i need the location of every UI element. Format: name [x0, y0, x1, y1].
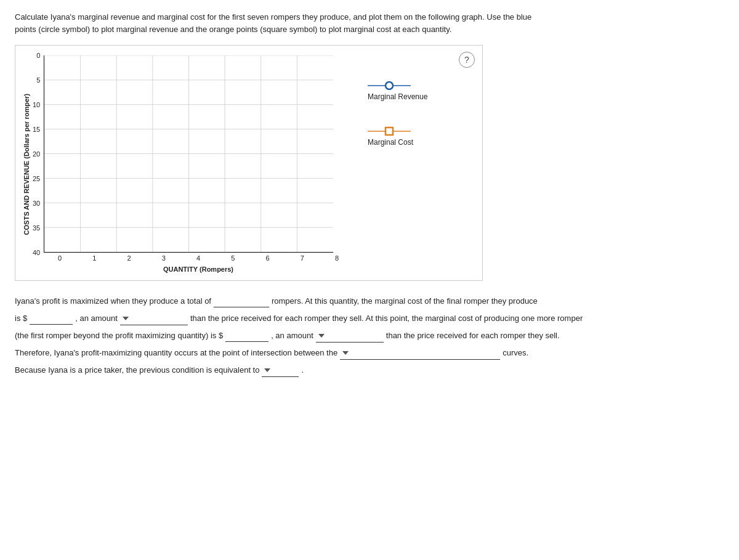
- graph-and-legend: 40 35 30 25 20 15 10 5 0: [33, 55, 475, 273]
- legend: Marginal Revenue Marginal Cost: [368, 80, 427, 147]
- mr-label: Marginal Revenue: [368, 92, 427, 101]
- x-tick-5: 5: [227, 254, 239, 262]
- bl3-mid: , an amount: [271, 328, 313, 344]
- bottom-line-1: Iyana's profit is maximized when they pr…: [15, 293, 723, 309]
- help-button[interactable]: ?: [459, 52, 475, 68]
- intersection-curves-dropdown[interactable]: [340, 346, 500, 360]
- bl1-prefix: Iyana's profit is maximized when they pr…: [15, 293, 211, 309]
- mc-label: Marginal Cost: [368, 138, 413, 147]
- profit-max-qty-input[interactable]: [214, 295, 269, 307]
- svg-point-31: [386, 82, 393, 89]
- x-axis-label: QUANTITY (Rompers): [163, 266, 233, 273]
- bottom-line-4: Therefore, Iyana's profit-maximizing qua…: [15, 345, 723, 361]
- y-ticks: 40 35 30 25 20 15 10 5 0: [33, 55, 44, 253]
- x-axis-container: 0 1 2 3 4 5 6 7 8 QUANTITY (Rompers): [54, 253, 343, 273]
- x-tick-7: 7: [296, 254, 309, 262]
- graph-inner: 40 35 30 25 20 15 10 5 0: [33, 55, 333, 253]
- mc-final-romper-input[interactable]: [30, 312, 73, 325]
- bl2-prefix: is $: [15, 310, 27, 327]
- x-tick-4: 4: [192, 254, 204, 262]
- dropdown-4-arrow: [264, 368, 270, 372]
- instructions: Calculate Iyana's marginal revenue and m…: [15, 11, 724, 35]
- y-axis-label: COSTS AND REVENUE (Dollars per romper): [23, 94, 30, 235]
- plot-area[interactable]: [44, 55, 333, 253]
- legend-symbol-mr: [368, 80, 411, 91]
- bl3-prefix: (the first romper beyond the profit maxi…: [15, 328, 223, 344]
- svg-rect-33: [386, 128, 393, 135]
- x-tick-3: 3: [158, 254, 170, 262]
- legend-item-mc: Marginal Cost: [368, 124, 427, 147]
- amount-comparison-dropdown-1[interactable]: [120, 312, 188, 325]
- bl2-suffix: than the price received for each romper …: [190, 310, 583, 327]
- dropdown-2-arrow: [318, 334, 325, 338]
- bottom-line-2: is $ , an amount than the price received…: [15, 310, 723, 327]
- graph-container: 40 35 30 25 20 15 10 5 0: [33, 55, 343, 273]
- bl4-prefix: Therefore, Iyana's profit-maximizing qua…: [15, 345, 337, 361]
- bottom-section: Iyana's profit is maximized when they pr…: [15, 293, 723, 378]
- x-tick-1: 1: [88, 254, 100, 262]
- price-taker-condition-dropdown[interactable]: [262, 363, 299, 377]
- bl3-suffix: than the price received for each romper …: [386, 328, 560, 344]
- bottom-line-5: Because Iyana is a price taker, the prev…: [15, 362, 723, 378]
- dropdown-3-arrow: [342, 351, 349, 355]
- x-tick-6: 6: [262, 254, 274, 262]
- legend-symbol-mc: [368, 126, 411, 137]
- bl5-prefix: Because Iyana is a price taker, the prev…: [15, 362, 259, 378]
- mc-next-romper-input[interactable]: [225, 330, 269, 342]
- bl2-mid: , an amount: [75, 310, 118, 327]
- bl4-suffix: curves.: [503, 345, 528, 361]
- bl5-suffix: .: [301, 362, 304, 378]
- x-tick-2: 2: [123, 254, 135, 262]
- bottom-line-3: (the first romper beyond the profit maxi…: [15, 328, 723, 344]
- mc-symbol-svg: [368, 126, 411, 137]
- bl1-suffix: rompers. At this quantity, the marginal …: [272, 293, 538, 309]
- x-ticks: 0 1 2 3 4 5 6 7 8: [54, 254, 343, 262]
- dropdown-1-arrow: [123, 317, 129, 320]
- x-tick-8: 8: [331, 254, 343, 262]
- mr-symbol-svg: [368, 80, 411, 91]
- x-tick-0: 0: [54, 254, 66, 262]
- chart-area: ? COSTS AND REVENUE (Dollars per romper)…: [15, 45, 483, 281]
- legend-item-mr: Marginal Revenue: [368, 80, 427, 101]
- amount-comparison-dropdown-2[interactable]: [316, 329, 384, 343]
